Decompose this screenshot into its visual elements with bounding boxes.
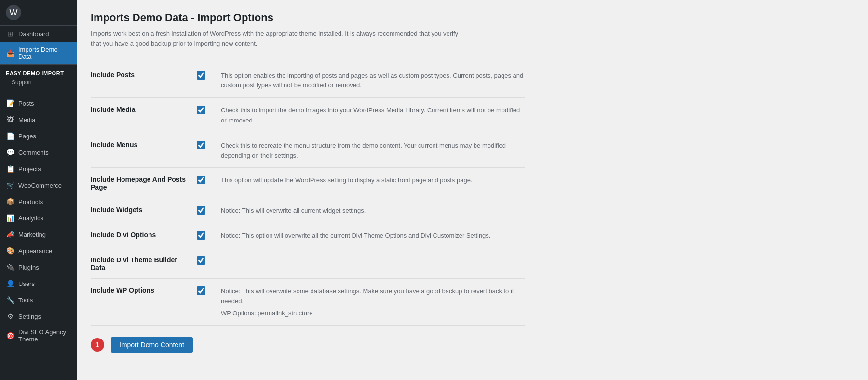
checkbox-include-posts[interactable]: [197, 71, 205, 80]
sidebar-item-woocommerce[interactable]: 🛒 WooCommerce: [0, 177, 77, 193]
option-label-include-homepage: Include Homepage And Posts Page: [91, 175, 197, 191]
checkbox-include-widgets[interactable]: [197, 206, 205, 215]
pages-icon: 📄: [6, 132, 14, 140]
options-table: Include Posts This option enables the im…: [91, 63, 525, 326]
sidebar-item-support[interactable]: Support: [0, 77, 77, 88]
easy-demo-import-header: Easy Demo Import: [0, 68, 77, 77]
checkbox-include-divi-theme-builder[interactable]: [197, 256, 205, 265]
easy-demo-import-section: Easy Demo Import Support: [0, 64, 77, 91]
option-description-include-divi-options: Notice: This option will overwrite all t…: [221, 230, 525, 241]
sidebar-item-tools[interactable]: 🔧 Tools: [0, 292, 77, 308]
sidebar-item-comments[interactable]: 💬 Comments: [0, 144, 77, 161]
option-description-include-posts: This option enables the importing of pos…: [221, 70, 525, 91]
wp-logo-icon: W: [6, 5, 21, 20]
sidebar-item-label: Plugins: [18, 264, 39, 271]
products-icon: 📦: [6, 197, 14, 206]
option-label-include-posts: Include Posts: [91, 70, 197, 79]
option-checkbox-wrap-include-homepage: [197, 175, 221, 184]
sidebar-item-label: Media: [18, 116, 35, 123]
sidebar-item-label: Products: [18, 198, 43, 205]
checkbox-include-media[interactable]: [197, 106, 205, 114]
sidebar-item-label: Analytics: [18, 215, 43, 222]
sidebar-item-label: Dashboard: [18, 30, 49, 38]
posts-icon: 📝: [6, 99, 14, 108]
option-checkbox-wrap-include-divi-theme-builder: [197, 255, 221, 265]
page-title: Imports Demo Data - Import Options: [91, 12, 854, 24]
checkbox-include-wp-options[interactable]: [197, 286, 205, 295]
option-description-include-media: Check this to import the demo images int…: [221, 105, 525, 126]
option-label-include-divi-options: Include Divi Options: [91, 230, 197, 239]
sidebar-item-label: WooCommerce: [18, 182, 62, 189]
sidebar-item-label: Posts: [18, 100, 34, 107]
checkbox-include-menus[interactable]: [197, 141, 205, 149]
media-icon: 🖼: [6, 115, 14, 124]
comments-icon: 💬: [6, 148, 14, 157]
sidebar-item-imports-demo-data[interactable]: 📥 Imports Demo Data: [0, 42, 77, 64]
option-row-include-divi-options: Include Divi Options Notice: This option…: [91, 223, 525, 248]
sidebar-item-label: Comments: [18, 149, 49, 156]
sidebar-item-divi-seo-agency-theme[interactable]: 🎯 Divi SEO Agency Theme: [0, 325, 77, 347]
sidebar-item-settings[interactable]: ⚙ Settings: [0, 308, 77, 325]
sidebar-item-label: Imports Demo Data: [18, 46, 71, 60]
option-description-include-wp-options: Notice: This will overwrite some databas…: [221, 285, 525, 318]
option-checkbox-wrap-include-divi-options: [197, 230, 221, 240]
sidebar-item-posts[interactable]: 📝 Posts: [0, 95, 77, 111]
sidebar-item-products[interactable]: 📦 Products: [0, 193, 77, 210]
option-row-include-menus: Include Menus Check this to recreate the…: [91, 133, 525, 168]
import-demo-content-button[interactable]: Import Demo Content: [111, 337, 193, 353]
option-checkbox-wrap-include-widgets: [197, 205, 221, 215]
sidebar-item-analytics[interactable]: 📊 Analytics: [0, 210, 77, 226]
sidebar-item-label: Appearance: [18, 247, 52, 255]
sidebar-item-media[interactable]: 🖼 Media: [0, 111, 77, 128]
option-description-include-homepage: This option will update the WordPress se…: [221, 175, 525, 186]
plugins-icon: 🔌: [6, 263, 14, 271]
option-description-include-divi-theme-builder: [221, 255, 525, 256]
option-label-include-widgets: Include Widgets: [91, 205, 197, 214]
sidebar-item-label: Marketing: [18, 231, 46, 238]
sidebar-item-label: Settings: [18, 313, 41, 320]
marketing-icon: 📣: [6, 230, 14, 239]
sidebar-item-pages[interactable]: 📄 Pages: [0, 128, 77, 144]
notification-badge: 1: [91, 338, 104, 352]
option-row-include-homepage: Include Homepage And Posts Page This opt…: [91, 168, 525, 198]
page-description: Imports work best on a fresh installatio…: [91, 29, 467, 49]
woocommerce-icon: 🛒: [6, 181, 14, 190]
imports-demo-data-icon: 📥: [6, 49, 14, 57]
option-label-include-media: Include Media: [91, 105, 197, 113]
appearance-icon: 🎨: [6, 246, 14, 255]
sidebar-item-appearance[interactable]: 🎨 Appearance: [0, 243, 77, 259]
option-row-include-divi-theme-builder: Include Divi Theme Builder Data: [91, 248, 525, 279]
option-label-include-divi-theme-builder: Include Divi Theme Builder Data: [91, 255, 197, 271]
settings-icon: ⚙: [6, 312, 14, 321]
sidebar-item-users[interactable]: 👤 Users: [0, 275, 77, 292]
main-content: Imports Demo Data - Import Options Impor…: [77, 0, 868, 380]
option-row-include-wp-options: Include WP Options Notice: This will ove…: [91, 279, 525, 326]
option-description-include-widgets: Notice: This will overwrite all current …: [221, 205, 525, 216]
sidebar-main-section: 📝 Posts 🖼 Media 📄 Pages 💬 Comments 📋 Pro…: [0, 93, 77, 347]
sidebar-item-label: Tools: [18, 297, 33, 304]
sidebar-item-marketing[interactable]: 📣 Marketing: [0, 226, 77, 243]
option-row-include-widgets: Include Widgets Notice: This will overwr…: [91, 198, 525, 223]
checkbox-include-homepage[interactable]: [197, 176, 205, 184]
sidebar: W ⊞ Dashboard 📥 Imports Demo Data Easy D…: [0, 0, 77, 380]
sidebar-item-dashboard[interactable]: ⊞ Dashboard: [0, 26, 77, 42]
wp-options-notice: Notice: This will overwrite some databas…: [221, 287, 514, 305]
sidebar-item-label: Divi SEO Agency Theme: [18, 328, 71, 343]
wp-options-detail: WP Options: permalink_structure: [221, 309, 525, 319]
sidebar-item-plugins[interactable]: 🔌 Plugins: [0, 259, 77, 275]
option-row-include-posts: Include Posts This option enables the im…: [91, 63, 525, 98]
option-label-include-wp-options: Include WP Options: [91, 285, 197, 294]
option-description-include-menus: Check this to recreate the menu structur…: [221, 140, 525, 161]
tools-icon: 🔧: [6, 296, 14, 304]
sidebar-logo: W: [0, 0, 77, 26]
import-button-row: 1 Import Demo Content: [91, 337, 854, 353]
divi-theme-icon: 🎯: [6, 331, 14, 340]
sidebar-item-projects[interactable]: 📋 Projects: [0, 161, 77, 177]
option-label-include-menus: Include Menus: [91, 140, 197, 149]
projects-icon: 📋: [6, 164, 14, 173]
option-checkbox-wrap-include-wp-options: [197, 285, 221, 295]
option-row-include-media: Include Media Check this to import the d…: [91, 98, 525, 133]
dashboard-icon: ⊞: [6, 29, 14, 38]
sidebar-item-label: Pages: [18, 133, 36, 140]
checkbox-include-divi-options[interactable]: [197, 231, 205, 240]
